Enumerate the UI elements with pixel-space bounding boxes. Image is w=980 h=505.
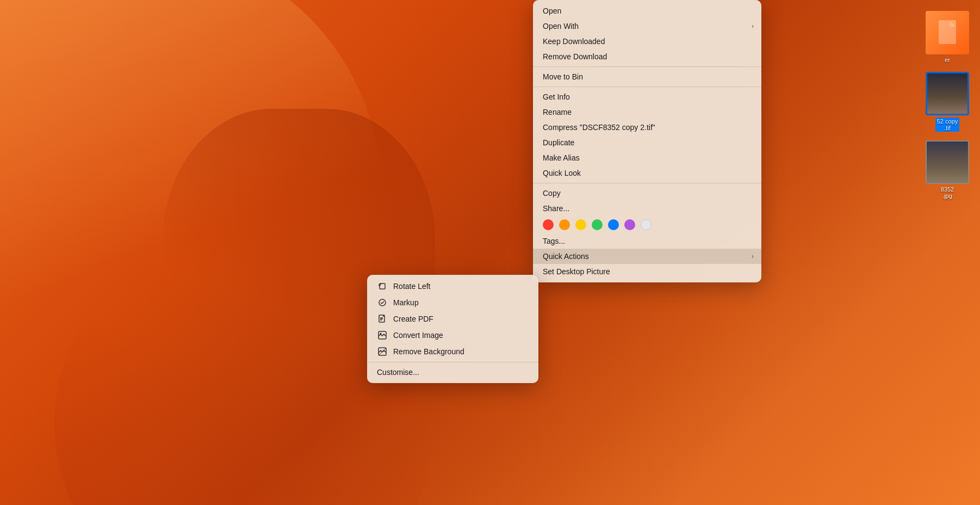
menu-item-compress[interactable]: Compress "DSCF8352 copy 2.tif" xyxy=(533,120,761,135)
icon-thumbnail-photo1 xyxy=(926,72,969,115)
menu-item-convert-image[interactable]: Convert Image xyxy=(367,327,538,343)
color-tags-row xyxy=(533,216,761,233)
menu-item-create-pdf[interactable]: Create PDF xyxy=(367,311,538,327)
quick-actions-arrow: › xyxy=(752,253,754,260)
markup-icon xyxy=(377,297,388,308)
menu-item-duplicate[interactable]: Duplicate xyxy=(533,135,761,150)
color-dot-gray[interactable] xyxy=(641,219,652,230)
menu-item-keep-downloaded[interactable]: Keep Downloaded xyxy=(533,34,761,49)
menu-item-remove-background[interactable]: Remove Background xyxy=(367,343,538,360)
main-context-menu: Open Open With › Keep Downloaded Remove … xyxy=(533,0,761,282)
desktop-icon-photo2[interactable]: 8352.jpg xyxy=(926,140,969,199)
menu-item-rename[interactable]: Rename xyxy=(533,104,761,120)
menu-item-quick-actions[interactable]: Quick Actions › xyxy=(533,249,761,264)
menu-item-rotate-left[interactable]: Rotate Left xyxy=(367,278,538,294)
svg-point-5 xyxy=(380,333,382,335)
menu-item-remove-download[interactable]: Remove Download xyxy=(533,49,761,64)
menu-item-customise[interactable]: Customise... xyxy=(367,365,538,380)
desktop-background xyxy=(0,0,980,505)
rotate-left-icon xyxy=(377,281,388,292)
create-pdf-icon xyxy=(377,313,388,324)
menu-item-quick-look[interactable]: Quick Look xyxy=(533,165,761,181)
color-dot-orange[interactable] xyxy=(559,219,570,230)
color-dot-green[interactable] xyxy=(592,219,603,230)
color-dot-blue[interactable] xyxy=(608,219,619,230)
desktop-icons-area: er 52 copy.tif 8352.jpg xyxy=(915,0,980,505)
menu-item-share[interactable]: Share... xyxy=(533,201,761,216)
icon-label-photo1: 52 copy.tif xyxy=(935,118,960,132)
icon-thumbnail-orange xyxy=(926,11,969,54)
menu-item-move-to-bin[interactable]: Move to Bin xyxy=(533,69,761,84)
menu-item-open-with[interactable]: Open With › xyxy=(533,19,761,34)
color-dot-red[interactable] xyxy=(543,219,554,230)
icon-label-orange-doc: er xyxy=(945,57,950,63)
remove-background-icon xyxy=(377,346,388,357)
svg-rect-0 xyxy=(939,20,956,44)
separator-3 xyxy=(533,183,761,183)
menu-item-make-alias[interactable]: Make Alias xyxy=(533,150,761,165)
quick-actions-submenu: Rotate Left Markup Create PDF xyxy=(367,275,538,383)
menu-item-copy[interactable]: Copy xyxy=(533,186,761,201)
menu-item-set-desktop-picture[interactable]: Set Desktop Picture xyxy=(533,264,761,279)
menu-item-tags[interactable]: Tags... xyxy=(533,233,761,249)
separator-1 xyxy=(533,66,761,67)
menu-item-open[interactable]: Open xyxy=(533,3,761,19)
color-dot-yellow[interactable] xyxy=(575,219,586,230)
menu-item-get-info[interactable]: Get Info xyxy=(533,89,761,104)
convert-image-icon xyxy=(377,330,388,341)
icon-thumbnail-photo2 xyxy=(926,140,969,184)
desktop-icon-photo1[interactable]: 52 copy.tif xyxy=(926,72,969,132)
desktop-icon-orange-doc[interactable]: er xyxy=(926,11,969,63)
separator-2 xyxy=(533,87,761,87)
submenu-separator xyxy=(367,362,538,362)
menu-item-markup[interactable]: Markup xyxy=(367,294,538,311)
icon-label-photo2: 8352.jpg xyxy=(941,186,954,199)
open-with-arrow: › xyxy=(752,22,754,30)
color-dot-purple[interactable] xyxy=(624,219,635,230)
